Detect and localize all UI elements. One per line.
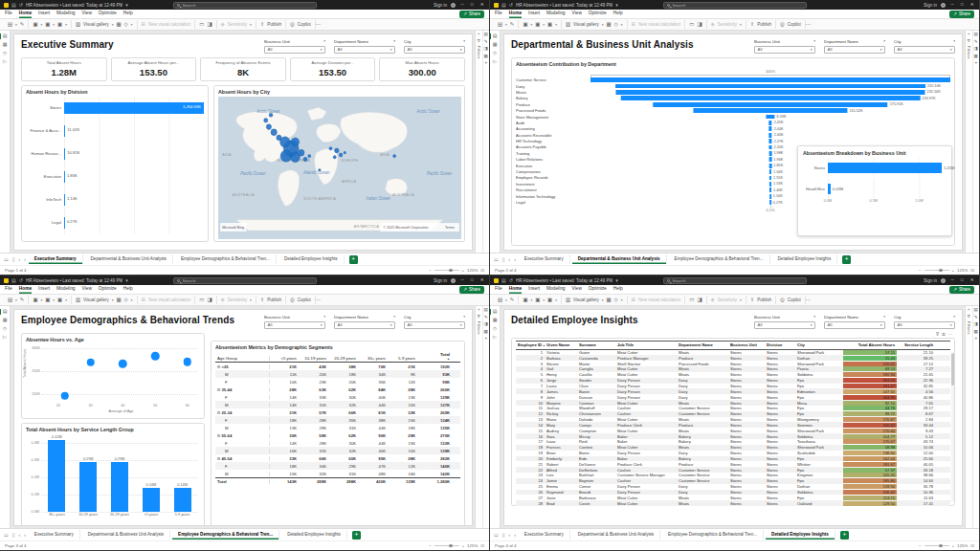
table-row-22[interactable]: 22AlfredDeStefanoCashierCustomer Service… bbox=[516, 467, 950, 473]
column-5-years[interactable]: 0.14M bbox=[139, 435, 164, 512]
chevron-down-icon[interactable]: ▾ bbox=[393, 39, 395, 44]
menu-item-optimize[interactable]: Optimize bbox=[99, 286, 117, 294]
table-row-14[interactable]: 14MaryCampsProduce ClerkProduceStoresSto… bbox=[516, 422, 950, 428]
funnel-bar[interactable] bbox=[768, 126, 771, 131]
expand-panel-icon[interactable]: « bbox=[478, 33, 479, 36]
visual-gallery-icon[interactable]: ▥ bbox=[76, 22, 80, 27]
column-30-years[interactable]: 0.42M bbox=[44, 435, 69, 512]
sign-in-link[interactable]: Sign in bbox=[434, 278, 447, 283]
bar[interactable] bbox=[64, 171, 65, 183]
sign-in-link[interactable]: Sign in bbox=[924, 278, 937, 283]
collapse-icon[interactable]: ⊟ bbox=[217, 434, 220, 438]
division-bar-chart[interactable]: Absent Hours by Division Stores1,254.55K… bbox=[21, 85, 209, 242]
funnel-bar[interactable] bbox=[766, 115, 774, 120]
new-page-button[interactable]: + bbox=[349, 255, 358, 264]
table-view-icon[interactable]: ▦ bbox=[3, 318, 8, 322]
table-row-10[interactable]: 10MarjorieCoomanMeat CutterMeatsStoresSt… bbox=[516, 400, 950, 406]
analytics-panel-icon[interactable]: ◨ bbox=[974, 47, 978, 52]
menu-item-modeling[interactable]: Modeling bbox=[56, 286, 75, 294]
column-header-5-years[interactable]: <5 years bbox=[269, 356, 299, 361]
fit-to-page-icon[interactable]: ⊡ bbox=[480, 543, 484, 548]
avatar[interactable] bbox=[941, 278, 946, 283]
share-button[interactable]: ↗Share bbox=[949, 11, 974, 18]
data-panel-icon[interactable]: ▦ bbox=[484, 55, 488, 59]
zoom-out-icon[interactable]: − bbox=[919, 268, 922, 273]
data-panel-icon[interactable]: ▦ bbox=[484, 330, 488, 335]
table-view-icon[interactable]: ▦ bbox=[493, 42, 498, 47]
format-panel-icon[interactable]: ✎ bbox=[484, 40, 488, 45]
minimize-button[interactable]: ─ bbox=[459, 278, 465, 283]
mobile-layout-icon[interactable]: ▯ bbox=[11, 532, 16, 538]
new-page-button[interactable]: + bbox=[352, 531, 361, 540]
funnel-bar[interactable] bbox=[615, 84, 925, 89]
column-header-business-unit[interactable]: Business Unit bbox=[728, 342, 765, 347]
table-row-25[interactable]: 25EmmaComerDairy PersonDairyStoresStores… bbox=[516, 484, 950, 490]
table-row-18[interactable]: 18FrancesContinoMeat CutterMeatsStoresSt… bbox=[516, 445, 950, 451]
matrix-row-f-2[interactable]: F10K23K20K35K11K99K bbox=[215, 378, 460, 386]
funnel-bar[interactable] bbox=[769, 182, 771, 187]
publish-icon[interactable]: ⇧ bbox=[260, 298, 265, 302]
slicer-dropdown[interactable]: All▾ bbox=[334, 46, 395, 54]
tab-scroll-left-icon[interactable]: ‹ bbox=[18, 532, 22, 538]
funnel-bar[interactable] bbox=[615, 90, 924, 95]
matrix-row-f-10[interactable]: F14K28K30K44K15K132K bbox=[215, 439, 460, 447]
funnel-bar[interactable] bbox=[653, 102, 887, 107]
format-panel-icon[interactable]: ✎ bbox=[484, 316, 488, 320]
menu-item-help[interactable]: Help bbox=[613, 11, 623, 18]
format-panel-icon[interactable]: ✎ bbox=[974, 40, 978, 45]
report-view-icon[interactable]: ▤ bbox=[493, 309, 498, 314]
menu-item-file[interactable]: File bbox=[5, 286, 12, 294]
dax-query-view-icon[interactable]: ▷ bbox=[3, 335, 7, 340]
add-panel-icon[interactable]: + bbox=[484, 337, 487, 342]
get-data-icon-caret[interactable]: ▾ bbox=[530, 298, 532, 302]
column-5-9-years[interactable]: 0.14M bbox=[170, 435, 195, 512]
sql-server-icon-caret[interactable]: ▾ bbox=[555, 298, 557, 302]
add-panel-icon[interactable]: + bbox=[974, 337, 977, 342]
sql-server-icon[interactable]: ▣ bbox=[547, 298, 552, 302]
tab-scroll-right-icon[interactable]: › bbox=[513, 532, 517, 538]
new-page-button[interactable]: + bbox=[842, 255, 851, 264]
excel-workbook-icon-caret[interactable]: ▾ bbox=[543, 298, 545, 302]
copilot-icon[interactable]: ◎ bbox=[780, 298, 785, 302]
minimize-button[interactable]: ─ bbox=[459, 3, 465, 8]
page-tab-detailed-employee-insights[interactable]: Detailed Employee Insights bbox=[278, 254, 345, 264]
shapes-icon[interactable]: ◇ bbox=[614, 298, 618, 302]
column-header-job-title[interactable]: Job Title bbox=[615, 342, 677, 347]
matrix-row-m-8[interactable]: M13K29K31K44K18K135K bbox=[215, 424, 460, 431]
add-panel-icon[interactable]: + bbox=[484, 61, 487, 66]
table-row-21[interactable]: 21RobertDeVuonoProduce ClerkProduceStore… bbox=[516, 461, 950, 467]
collapse-icon[interactable]: ⊟ bbox=[217, 365, 220, 369]
paste-icon[interactable]: ▤ bbox=[498, 22, 502, 27]
visualizations-panel-icon[interactable]: ▤ bbox=[974, 308, 978, 313]
maximize-button[interactable]: □ bbox=[959, 278, 965, 283]
slicer-dropdown[interactable]: All▾ bbox=[404, 46, 465, 54]
publish-label[interactable]: Publish bbox=[757, 22, 771, 27]
slicer-dropdown[interactable]: All▾ bbox=[264, 321, 325, 329]
excel-workbook-icon[interactable]: ▣ bbox=[535, 22, 540, 27]
menu-item-optimize[interactable]: Optimize bbox=[589, 286, 607, 294]
buttons-icon[interactable]: ◨ bbox=[697, 22, 702, 27]
zoom-in-icon[interactable]: + bbox=[462, 268, 465, 273]
grid-icon[interactable]: ▦ bbox=[117, 22, 122, 27]
table-row-19[interactable]: 19BrianBonerDairy PersonDairyStoresStore… bbox=[516, 451, 950, 456]
visual-gallery-label[interactable]: Visual gallery bbox=[573, 22, 599, 27]
minimize-button[interactable]: ─ bbox=[949, 3, 955, 8]
filter-icon[interactable]: ∇ bbox=[936, 332, 939, 337]
fit-to-page-icon[interactable]: ⊡ bbox=[480, 268, 484, 273]
search-box[interactable]: Search bbox=[663, 277, 807, 284]
text-box-icon[interactable]: ▭ bbox=[199, 298, 204, 302]
maximize-button[interactable]: □ bbox=[469, 3, 475, 8]
scatter-point[interactable] bbox=[184, 358, 192, 366]
save-icon[interactable]: ▤ bbox=[501, 278, 506, 283]
zoom-out-icon[interactable]: − bbox=[919, 543, 922, 548]
shapes-caret[interactable]: ▾ bbox=[621, 23, 623, 27]
report-view-icon[interactable]: ▤ bbox=[3, 33, 8, 38]
shapes-caret[interactable]: ▾ bbox=[621, 298, 623, 302]
text-box-icon[interactable]: ▭ bbox=[689, 22, 694, 27]
get-data-icon[interactable]: ▣ bbox=[33, 22, 37, 27]
matrix-row-35-44-3[interactable]: ⊟35-4428K63K62K84K28K266K bbox=[215, 386, 460, 393]
copilot-icon[interactable]: ◎ bbox=[290, 298, 295, 302]
menu-item-optimize[interactable]: Optimize bbox=[99, 11, 117, 18]
analytics-panel-icon[interactable]: ◨ bbox=[484, 322, 488, 327]
text-box-icon[interactable]: ▭ bbox=[199, 22, 204, 27]
